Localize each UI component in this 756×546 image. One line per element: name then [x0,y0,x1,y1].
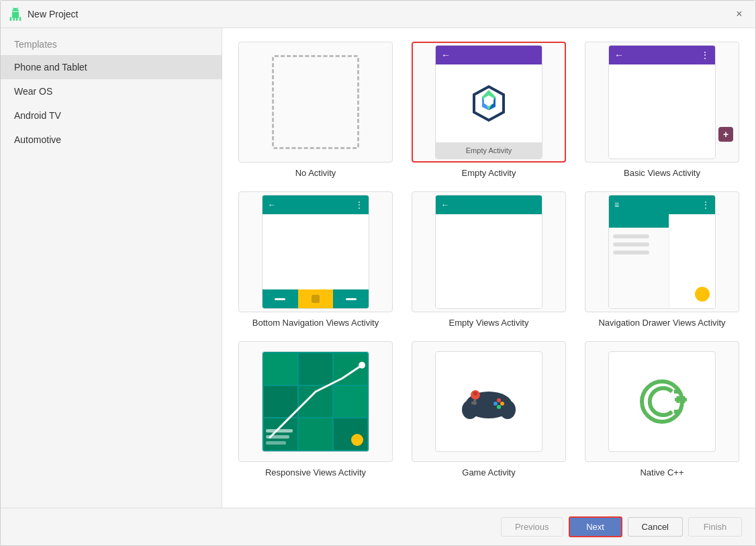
svg-point-8 [497,398,501,402]
svg-point-11 [497,405,501,409]
template-nav-drawer[interactable]: ≡ ⋮ Nav [582,191,742,328]
template-basic-views[interactable]: ← ⋮ + Basic Views Activity [582,42,742,178]
sidebar: Templates Phone and Tablet Wear OS Andro… [1,28,222,508]
template-no-activity[interactable]: No Activity [236,42,395,178]
bottom-nav-preview: ← ⋮ [262,195,369,309]
new-project-dialog: New Project × Templates Phone and Tablet… [0,0,756,546]
finish-button[interactable]: Finish [688,517,742,537]
basic-views-preview: ← ⋮ [608,45,716,159]
template-native-cpp[interactable]: Native C++ [582,341,742,477]
title-bar: New Project × [1,1,755,28]
cancel-button[interactable]: Cancel [628,517,683,537]
empty-activity-label: Empty Activity [462,168,516,178]
game-activity-label: Game Activity [462,467,515,477]
template-responsive-views[interactable]: Responsive Views Activity [236,341,395,477]
android-icon [9,7,22,21]
game-activity-preview [435,351,542,452]
nav-drawer-label: Navigation Drawer Views Activity [598,318,725,328]
android-studio-logo [469,83,509,124]
dialog-content: Templates Phone and Tablet Wear OS Andro… [1,28,755,508]
close-button[interactable]: × [731,6,747,22]
sidebar-item-phone-tablet[interactable]: Phone and Tablet [1,55,222,79]
template-bottom-navigation[interactable]: ← ⋮ [236,191,395,328]
responsive-views-preview [262,351,369,452]
dialog-title: New Project [28,9,731,19]
templates-grid-container: No Activity ← [222,28,755,508]
svg-point-9 [500,402,504,406]
svg-point-10 [493,402,498,406]
template-empty-activity[interactable]: ← [409,42,569,178]
svg-point-13 [473,392,477,396]
fab-preview: + [718,127,733,142]
native-cpp-label: Native C++ [640,467,683,477]
empty-views-label: Empty Views Activity [449,318,529,328]
sidebar-item-wear-os[interactable]: Wear OS [1,79,222,103]
templates-grid: No Activity ← [236,42,742,477]
svg-point-2 [359,362,365,369]
svg-rect-7 [473,400,476,405]
sidebar-item-automotive[interactable]: Automotive [1,128,222,152]
no-activity-preview [272,55,359,149]
dialog-footer: Previous Next Cancel Finish [1,508,755,545]
bottom-nav-label: Bottom Navigation Views Activity [252,318,379,328]
nav-drawer-preview: ≡ ⋮ [608,195,716,309]
template-game-activity[interactable]: Game Activity [409,341,569,477]
empty-views-preview: ← [435,195,542,309]
template-empty-views[interactable]: ← Empty Views Activity [409,191,569,328]
responsive-views-label: Responsive Views Activity [265,467,366,477]
basic-views-label: Basic Views Activity [624,168,700,178]
sidebar-heading: Templates [1,28,222,55]
sidebar-item-android-tv[interactable]: Android TV [1,103,222,128]
next-button[interactable]: Next [569,516,622,537]
empty-activity-preview: ← [435,45,542,159]
no-activity-label: No Activity [295,168,336,178]
native-cpp-preview [608,351,716,452]
previous-button[interactable]: Previous [501,517,563,537]
